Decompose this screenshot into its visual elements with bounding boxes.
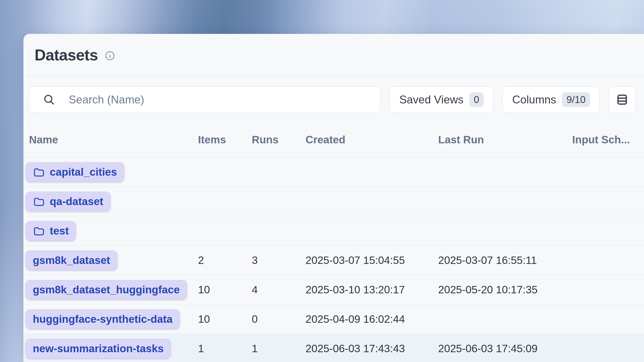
table-row[interactable]: capital_cities (24, 157, 644, 186)
runs-cell: 1 (252, 342, 306, 355)
table-row[interactable]: gsm8k_dataset232025-03-07 15:04:552025-0… (24, 245, 644, 275)
dataset-badge[interactable]: gsm8k_dataset_huggingface (25, 280, 187, 299)
header-divider (24, 76, 644, 76)
search-container (29, 86, 380, 113)
dataset-name: capital_cities (50, 166, 117, 178)
column-header-input-sch[interactable]: Input Sch... (572, 133, 644, 146)
saved-views-count: 0 (470, 92, 484, 107)
columns-button[interactable]: Columns 9/10 (502, 86, 600, 113)
info-icon[interactable] (104, 50, 115, 61)
last-run-cell: 2025-05-20 10:17:35 (438, 284, 572, 296)
folder-icon (33, 195, 44, 207)
column-header-items[interactable]: Items (198, 133, 252, 146)
name-cell: capital_cities (29, 162, 198, 182)
dataset-badge[interactable]: gsm8k_dataset (25, 250, 118, 270)
items-cell: 10 (198, 313, 252, 325)
runs-cell: 4 (252, 284, 306, 296)
name-cell: qa-dataset (29, 191, 198, 211)
dataset-name: huggingface-synthetic-data (33, 313, 172, 325)
column-header-name[interactable]: Name (29, 133, 198, 146)
folder-badge[interactable]: test (25, 221, 76, 241)
name-cell: huggingface-synthetic-data (29, 309, 198, 329)
folder-icon (33, 166, 44, 178)
items-cell: 10 (198, 284, 252, 296)
table-body: capital_citiesqa-datasettestgsm8k_datase… (24, 157, 644, 362)
table-rows-icon (615, 92, 629, 107)
search-icon (43, 93, 55, 106)
created-cell: 2025-04-09 16:02:44 (306, 313, 438, 325)
dataset-name: new-summarization-tasks (33, 342, 164, 355)
items-cell: 2 (198, 254, 252, 266)
search-input[interactable] (29, 86, 380, 113)
last-run-cell: 2025-03-07 16:55:11 (438, 254, 572, 266)
dataset-badge[interactable]: huggingface-synthetic-data (25, 309, 180, 329)
created-cell: 2025-03-10 13:20:17 (306, 284, 438, 296)
table-header-row: NameItemsRunsCreatedLast RunInput Sch... (24, 113, 644, 157)
name-cell: test (29, 221, 198, 241)
column-header-runs[interactable]: Runs (252, 133, 306, 146)
dataset-name: qa-dataset (50, 195, 103, 208)
runs-cell: 3 (252, 254, 306, 266)
saved-views-label: Saved Views (399, 93, 464, 106)
table-row[interactable]: huggingface-synthetic-data1002025-04-09 … (24, 304, 644, 334)
dataset-name: test (50, 225, 69, 237)
dataset-name: gsm8k_dataset (33, 254, 110, 266)
name-cell: gsm8k_dataset_huggingface (29, 280, 198, 299)
items-cell: 1 (198, 342, 252, 355)
table-row[interactable]: qa-dataset (24, 186, 644, 216)
last-run-cell: 2025-06-03 17:45:09 (438, 342, 572, 355)
columns-count: 9/10 (562, 92, 590, 107)
datasets-panel: Datasets Saved Views 0 Columns (24, 34, 644, 362)
folder-icon (33, 225, 44, 237)
name-cell: gsm8k_dataset (29, 250, 198, 270)
dataset-badge[interactable]: new-summarization-tasks (25, 339, 171, 358)
created-cell: 2025-03-07 15:04:55 (306, 254, 438, 266)
column-header-created[interactable]: Created (306, 133, 438, 146)
runs-cell: 0 (252, 313, 306, 325)
saved-views-button[interactable]: Saved Views 0 (389, 86, 494, 113)
row-height-button[interactable] (609, 86, 636, 113)
table-row[interactable]: gsm8k_dataset_huggingface1042025-03-10 1… (24, 275, 644, 304)
columns-label: Columns (512, 93, 556, 106)
toolbar: Saved Views 0 Columns 9/10 (29, 86, 636, 113)
folder-badge[interactable]: capital_cities (25, 162, 125, 182)
folder-badge[interactable]: qa-dataset (25, 191, 111, 211)
name-cell: new-summarization-tasks (29, 339, 198, 358)
created-cell: 2025-06-03 17:43:43 (306, 342, 438, 355)
table-row[interactable]: new-summarization-tasks112025-06-03 17:4… (24, 334, 644, 362)
panel-header: Datasets (24, 34, 644, 76)
page-title: Datasets (34, 46, 98, 64)
column-header-last-run[interactable]: Last Run (438, 133, 572, 146)
dataset-name: gsm8k_dataset_huggingface (33, 284, 180, 296)
table-row[interactable]: test (24, 216, 644, 245)
